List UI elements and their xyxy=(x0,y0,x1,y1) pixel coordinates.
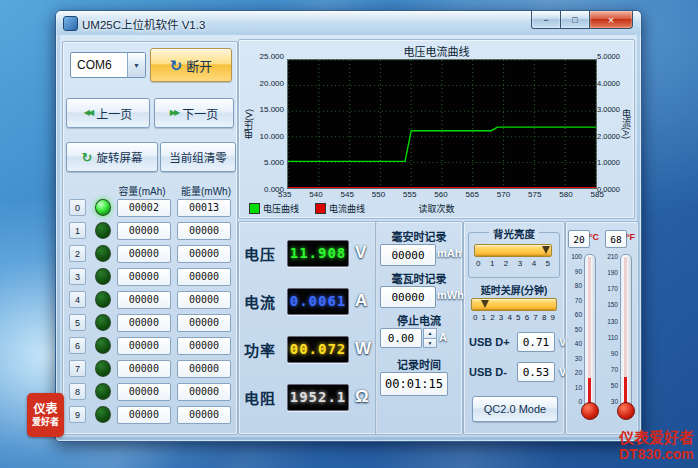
tick-label: 4.0000 xyxy=(597,79,620,88)
stop-current-label: 停止电流 xyxy=(376,312,462,328)
thermo-scale-label: 30 xyxy=(575,356,582,363)
mwh-unit: mWh xyxy=(437,289,464,301)
group-energy-value: 00000 xyxy=(177,337,231,355)
thermometer-celsius-scale: 1009080706050403020100 xyxy=(567,254,582,406)
group-energy-value: 00000 xyxy=(177,406,231,424)
group-index: 8 xyxy=(69,383,86,400)
slider-tick-label: 0 xyxy=(476,259,480,268)
group-led-indicator xyxy=(95,268,111,285)
resistance-unit: Ω xyxy=(355,387,369,407)
group-energy-value: 00000 xyxy=(177,245,231,263)
qc-mode-button[interactable]: QC2.0 Mode xyxy=(472,396,558,422)
tick-label: 550 xyxy=(372,190,385,199)
group-energy-value: 00000 xyxy=(177,222,231,240)
record-time-label: 记录时间 xyxy=(376,356,462,372)
group-capacity-value: 00000 xyxy=(117,314,171,332)
backlight-slider[interactable]: 012345 xyxy=(474,244,552,268)
slider-tick-label: 4 xyxy=(507,313,511,322)
disconnect-icon: ↻ xyxy=(170,58,183,73)
slider-tick-label: 2 xyxy=(490,313,494,322)
tick-label: 545 xyxy=(341,190,354,199)
thermo-scale-label: 50 xyxy=(611,383,618,390)
tick-label: 5.0000 xyxy=(597,52,620,61)
disconnect-label: 断开 xyxy=(186,56,212,75)
mwh-record-value: 00000 xyxy=(380,286,436,308)
spin-down-icon[interactable]: ▼ xyxy=(423,339,437,349)
chart-yticks-left: 25.00020.00015.00010.0005.0000.000 xyxy=(241,52,284,194)
power-display: 00.072 xyxy=(287,336,349,363)
temp-c-value: 20 xyxy=(568,230,590,248)
timeout-slider-thumb[interactable] xyxy=(481,300,489,308)
com-port-select[interactable]: COM6 ▼ xyxy=(70,52,146,78)
slider-tick-label: 3 xyxy=(518,259,522,268)
slider-tick-label: 6 xyxy=(525,313,529,322)
slider-tick-label: 2 xyxy=(504,259,508,268)
backlight-slider-thumb[interactable] xyxy=(542,246,550,254)
thermo-scale-label: 170 xyxy=(607,286,618,293)
current-row: 电流 0.0061 A xyxy=(239,288,376,314)
record-time-value: 00:01:15 xyxy=(380,372,448,396)
group-capacity-value: 00000 xyxy=(117,360,171,378)
thermometer-tube xyxy=(620,254,632,410)
minimize-icon: − xyxy=(543,15,548,25)
group-index: 7 xyxy=(69,360,86,377)
group-capacity-value: 00000 xyxy=(117,268,171,286)
next-page-label: 下一页 xyxy=(182,105,218,122)
maximize-button[interactable]: □ xyxy=(561,11,590,29)
group-row: 30000000000 xyxy=(63,265,237,288)
group-energy-value: 00000 xyxy=(177,291,231,309)
timeout-slider-track[interactable] xyxy=(471,298,557,311)
chart-title: 电压电流曲线 xyxy=(239,43,634,59)
temp-f-value: 68 xyxy=(605,230,627,248)
next-page-icon: ▶▶ xyxy=(170,109,178,117)
power-unit: W xyxy=(355,339,371,359)
backlight-group: 背光亮度 012345 xyxy=(468,232,560,278)
group-capacity-value: 00000 xyxy=(117,245,171,263)
group-index: 4 xyxy=(69,291,86,308)
prev-page-icon: ◀◀ xyxy=(84,109,92,117)
tick-label: 1.0000 xyxy=(597,158,620,167)
thermo-scale-label: 50 xyxy=(575,327,582,334)
stop-current-input[interactable]: 0.00 xyxy=(380,328,422,348)
thermometer-celsius: 1009080706050403020100 xyxy=(567,252,601,426)
group-led-indicator xyxy=(95,383,111,400)
group-capacity-value: 00000 xyxy=(117,337,171,355)
group-energy-value: 00000 xyxy=(177,314,231,332)
next-page-button[interactable]: ▶▶ 下一页 xyxy=(154,98,234,128)
current-display: 0.0061 xyxy=(287,288,349,315)
rotate-screen-button[interactable]: ↻ 旋转屏幕 xyxy=(66,142,158,172)
tick-label: 15.000 xyxy=(260,105,284,114)
close-button[interactable]: × xyxy=(590,11,633,29)
group-led-indicator xyxy=(95,222,111,239)
dropdown-arrow-icon[interactable]: ▼ xyxy=(127,53,145,77)
chart-panel: 电压电流曲线 电压(V) 电流(A) 25.00020.00015.00010.… xyxy=(238,39,635,219)
backlight-slider-track[interactable] xyxy=(474,244,552,257)
prev-page-button[interactable]: ◀◀ 上一页 xyxy=(66,98,150,128)
thermo-scale-label: 10 xyxy=(575,385,582,392)
group-capacity-value: 00000 xyxy=(117,383,171,401)
tick-label: 565 xyxy=(466,190,479,199)
watermark-stamp: 仪表 爱好者 xyxy=(27,393,64,437)
legend-item: 电压曲线 xyxy=(249,202,299,215)
tick-label: 540 xyxy=(309,190,322,199)
spin-up-icon[interactable]: ▲ xyxy=(423,328,437,339)
group-energy-value: 00013 xyxy=(177,199,231,217)
titlebar[interactable]: UM25C上位机软件 V1.3 − □ × xyxy=(56,11,641,35)
disconnect-button[interactable]: ↻ 断开 xyxy=(150,48,232,82)
thermo-scale-label: 100 xyxy=(571,254,582,261)
stop-current-spinner: 0.00 ▲ ▼ xyxy=(380,328,437,348)
clear-group-button[interactable]: 当前组清零 xyxy=(160,142,236,172)
thermo-scale-label: 20 xyxy=(575,370,582,377)
timeout-slider[interactable]: 0123456789 xyxy=(471,298,557,322)
slider-tick-label: 1 xyxy=(490,259,494,268)
minimize-button[interactable]: − xyxy=(531,11,561,29)
group-led-indicator xyxy=(95,291,111,308)
timeout-slider-ticks: 0123456789 xyxy=(471,313,557,322)
group-energy-value: 00000 xyxy=(177,268,231,286)
clear-group-label: 当前组清零 xyxy=(169,149,227,165)
usb-dp-row: USB D+ 0.71 V xyxy=(469,332,566,352)
group-led-indicator xyxy=(95,337,111,354)
mwh-record-label: 毫瓦时记录 xyxy=(376,270,462,286)
thermo-scale-label: 40 xyxy=(575,341,582,348)
group-row: 70000000000 xyxy=(63,357,237,380)
